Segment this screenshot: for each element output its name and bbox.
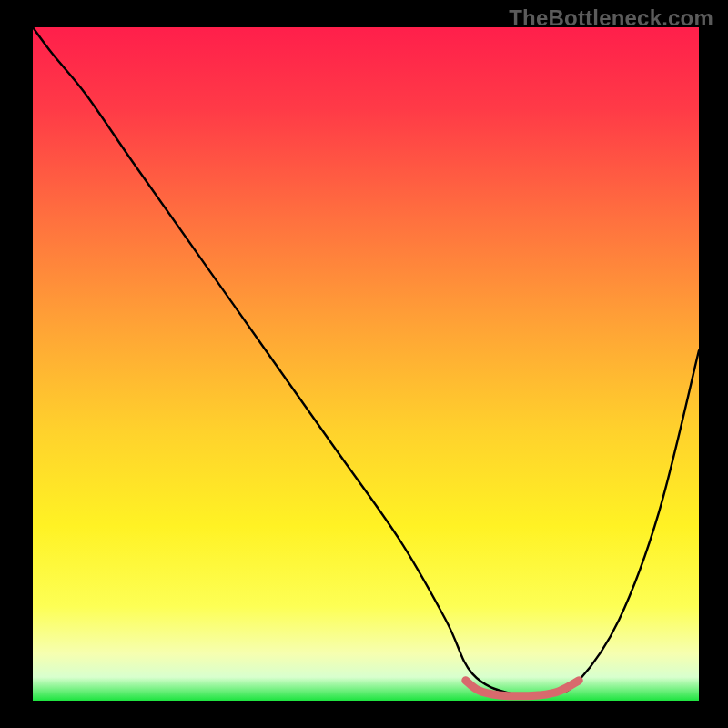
chart-frame: TheBottleneck.com [0,0,728,728]
bottleneck-chart [0,0,728,728]
gradient-plot-area [33,27,699,701]
